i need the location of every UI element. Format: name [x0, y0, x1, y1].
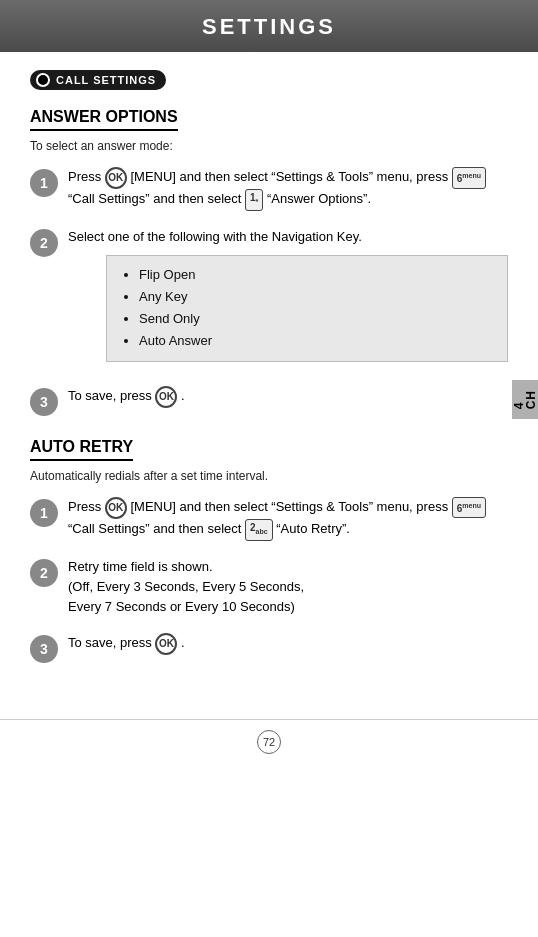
page-number-badge: 72 — [257, 730, 281, 754]
retry-step-2: 2 Retry time field is shown. (Off, Every… — [30, 557, 508, 617]
retry-step-3-text: To save, press OK . — [68, 633, 508, 655]
key-6-badge-2: 6menu — [452, 497, 486, 518]
retry-step-circle-1: 1 — [30, 499, 58, 527]
step-circle-3: 3 — [30, 388, 58, 416]
ok-icon-3: OK — [105, 497, 127, 519]
chapter-side-tab: CH4 — [512, 380, 538, 419]
auto-retry-heading: AUTO RETRY — [30, 438, 133, 461]
auto-retry-section: AUTO RETRY Automatically redials after a… — [30, 438, 508, 663]
key-6-badge-1: 6menu — [452, 167, 486, 188]
bullet-send-only: Send Only — [139, 308, 493, 330]
ok-icon-4: OK — [155, 633, 177, 655]
retry-step-3: 3 To save, press OK . — [30, 633, 508, 663]
answer-options-subtext: To select an answer mode: — [30, 139, 508, 153]
side-tab-ch: CH4 — [513, 390, 537, 409]
auto-retry-subtext: Automatically redials after a set time i… — [30, 469, 508, 483]
key-1-badge-1: 1* — [245, 189, 263, 211]
ok-icon-1: OK — [105, 167, 127, 189]
badge-label: CALL SETTINGS — [56, 74, 156, 86]
header-title: SETTINGS — [202, 14, 336, 39]
retry-step-1-text: Press OK [MENU] and then select “Setting… — [68, 497, 508, 541]
retry-step-circle-2: 2 — [30, 559, 58, 587]
answer-step-1: 1 Press OK [MENU] and then select “Setti… — [30, 167, 508, 211]
page-footer: 72 — [0, 719, 538, 770]
answer-step-1-text: Press OK [MENU] and then select “Setting… — [68, 167, 508, 211]
step-circle-1: 1 — [30, 169, 58, 197]
badge-dot — [36, 73, 50, 87]
step-circle-2: 2 — [30, 229, 58, 257]
answer-options-bullets: Flip Open Any Key Send Only Auto Answer — [106, 255, 508, 361]
answer-step-2: 2 Select one of the following with the N… — [30, 227, 508, 370]
key-2-badge: 2abc — [245, 519, 273, 541]
answer-step-3-text: To save, press OK . — [68, 386, 508, 408]
content-area: CALL SETTINGS ANSWER OPTIONS To select a… — [0, 52, 538, 709]
call-settings-badge: CALL SETTINGS — [30, 70, 166, 90]
retry-step-circle-3: 3 — [30, 635, 58, 663]
ok-icon-2: OK — [155, 386, 177, 408]
answer-options-heading: ANSWER OPTIONS — [30, 108, 178, 131]
page-header: SETTINGS — [0, 0, 538, 52]
bullet-flip-open: Flip Open — [139, 264, 493, 286]
retry-step-2-text: Retry time field is shown. (Off, Every 3… — [68, 557, 508, 617]
answer-step-3: 3 To save, press OK . — [30, 386, 508, 416]
retry-step-1: 1 Press OK [MENU] and then select “Setti… — [30, 497, 508, 541]
bullet-any-key: Any Key — [139, 286, 493, 308]
bullet-auto-answer: Auto Answer — [139, 330, 493, 352]
answer-step-2-text: Select one of the following with the Nav… — [68, 227, 508, 370]
answer-options-section: ANSWER OPTIONS To select an answer mode:… — [30, 108, 508, 416]
